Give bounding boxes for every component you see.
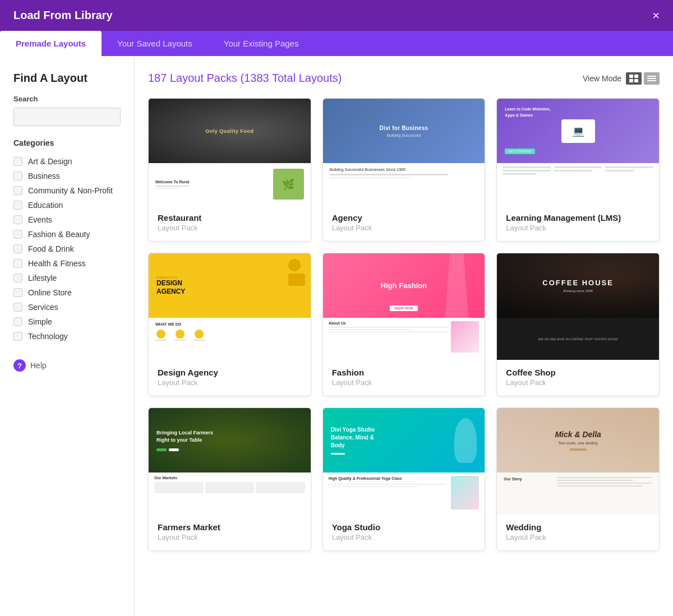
category-community[interactable]: Community & Non-Profit bbox=[13, 183, 121, 198]
category-checkbox-fashion[interactable] bbox=[13, 230, 22, 239]
category-checkbox-health[interactable] bbox=[13, 259, 22, 268]
category-checkbox-online[interactable] bbox=[13, 288, 22, 297]
category-checkbox-education[interactable] bbox=[13, 201, 22, 210]
preview-top-agency: Divi for Business Building Successful bbox=[323, 99, 485, 163]
card-type-wedding: Layout Pack bbox=[506, 533, 650, 541]
preview-bottom-farmers: Our Markets bbox=[149, 473, 311, 515]
layout-grid: Only Quality Food Welcome To Rural 🌿 bbox=[148, 98, 660, 551]
layout-count-number: 187 Layout Packs bbox=[148, 72, 241, 84]
card-name-farmers: Farmers Market bbox=[158, 522, 302, 532]
modal-title: Load From Library bbox=[13, 9, 113, 22]
category-name-fashion: Fashion & Beauty bbox=[28, 230, 90, 239]
card-info-coffee: Coffee Shop Layout Pack bbox=[497, 360, 659, 396]
preview-bottom-design-agency: WHAT WE DO bbox=[149, 318, 311, 360]
category-checkbox-community[interactable] bbox=[13, 186, 22, 195]
layout-card-design-agency[interactable]: CREATIVE DESIGNAGENCY WHAT WE DO bbox=[148, 253, 311, 396]
card-name-lms: Learning Management (LMS) bbox=[506, 213, 650, 223]
preview-bottom-coffee: WE DO BELIEVE IN COFFEE THAT TASTES GOOD bbox=[497, 318, 659, 360]
tab-saved[interactable]: Your Saved Layouts bbox=[102, 31, 208, 56]
category-checkbox-services[interactable] bbox=[13, 303, 22, 312]
layout-count-area: 187 Layout Packs (1383 Total Layouts) bbox=[148, 72, 342, 85]
category-fashion[interactable]: Fashion & Beauty bbox=[13, 227, 121, 242]
layout-card-lms[interactable]: Learn to Code Websites,Apps & Games 💻 GE… bbox=[496, 98, 660, 242]
preview-top-lms: Learn to Code Websites,Apps & Games 💻 GE… bbox=[497, 99, 659, 163]
category-checkbox-technology[interactable] bbox=[13, 332, 22, 341]
preview-top-design-agency: CREATIVE DESIGNAGENCY bbox=[149, 253, 311, 318]
grid-view-button[interactable] bbox=[626, 72, 642, 85]
layout-card-agency[interactable]: Divi for Business Building Successful Bu… bbox=[322, 98, 486, 242]
tab-premade[interactable]: Premade Layouts bbox=[0, 31, 102, 56]
category-food[interactable]: Food & Drink bbox=[13, 242, 121, 256]
card-type-coffee: Layout Pack bbox=[506, 378, 650, 387]
category-business[interactable]: Business bbox=[13, 169, 121, 183]
card-type-restaurant: Layout Pack bbox=[158, 224, 302, 232]
preview-bottom-yoga: High Quality & Professional Yoga Class bbox=[323, 473, 485, 515]
close-button[interactable]: × bbox=[652, 10, 660, 22]
category-name-services: Services bbox=[28, 303, 58, 312]
view-icons bbox=[626, 72, 660, 85]
card-name-design-agency: Design Agency bbox=[158, 368, 302, 377]
search-input[interactable] bbox=[13, 108, 121, 126]
view-mode: View Mode bbox=[583, 72, 660, 85]
card-info-yoga: Yoga Studio Layout Pack bbox=[323, 515, 485, 550]
layout-card-farmers[interactable]: Bringing Local FarmersRight to your Tabl… bbox=[148, 407, 311, 551]
card-info-design-agency: Design Agency Layout Pack bbox=[149, 360, 311, 396]
category-checkbox-events[interactable] bbox=[13, 215, 22, 224]
category-checkbox-art[interactable] bbox=[13, 157, 22, 166]
category-online[interactable]: Online Store bbox=[13, 285, 121, 300]
card-info-restaurant: Restaurant Layout Pack bbox=[149, 205, 311, 241]
category-checkbox-food[interactable] bbox=[13, 244, 22, 253]
card-preview-wedding: Mick & Della Two souls, one destiny Our … bbox=[497, 408, 659, 515]
category-health[interactable]: Health & Fitness bbox=[13, 256, 121, 271]
card-type-agency: Layout Pack bbox=[332, 224, 476, 232]
layout-total: (1383 Total Layouts) bbox=[241, 72, 342, 84]
preview-top-yoga: Divi Yoga StudioBalance, Mind &Body bbox=[323, 408, 485, 473]
preview-bottom-wedding: Our Story bbox=[497, 473, 659, 515]
category-events[interactable]: Events bbox=[13, 212, 121, 227]
content-header: 187 Layout Packs (1383 Total Layouts) Vi… bbox=[148, 72, 660, 85]
category-art[interactable]: Art & Design bbox=[13, 154, 121, 169]
tab-existing[interactable]: Your Existing Pages bbox=[208, 31, 315, 56]
preview-bottom-lms bbox=[497, 163, 659, 205]
list-view-button[interactable] bbox=[644, 72, 660, 85]
category-name-education: Education bbox=[28, 201, 63, 210]
category-name-events: Events bbox=[28, 215, 52, 224]
card-type-farmers: Layout Pack bbox=[158, 533, 302, 541]
layout-card-restaurant[interactable]: Only Quality Food Welcome To Rural 🌿 bbox=[148, 98, 311, 242]
category-education[interactable]: Education bbox=[13, 198, 121, 212]
category-name-food: Food & Drink bbox=[28, 244, 74, 253]
category-lifestyle[interactable]: Lifestyle bbox=[13, 271, 121, 285]
category-name-simple: Simple bbox=[28, 317, 52, 326]
layout-card-yoga[interactable]: Divi Yoga StudioBalance, Mind &Body High… bbox=[322, 407, 486, 551]
card-preview-agency: Divi for Business Building Successful Bu… bbox=[323, 99, 485, 205]
list-view-icon bbox=[647, 75, 656, 82]
help-label: Help bbox=[30, 361, 47, 370]
category-checkbox-business[interactable] bbox=[13, 172, 22, 180]
category-name-community: Community & Non-Profit bbox=[28, 186, 113, 195]
layout-card-coffee[interactable]: COFFEE HOUSE Brewing since 1998 WE DO BE… bbox=[496, 253, 660, 396]
preview-top-fashion: High Fashion SHOP NOW bbox=[323, 253, 485, 318]
category-technology[interactable]: Technology bbox=[13, 329, 121, 344]
tabs-bar: Premade Layouts Your Saved Layouts Your … bbox=[0, 31, 673, 56]
category-services[interactable]: Services bbox=[13, 300, 121, 314]
card-name-agency: Agency bbox=[332, 213, 476, 223]
grid-view-icon bbox=[629, 75, 638, 82]
card-type-design-agency: Layout Pack bbox=[158, 378, 302, 387]
help-button[interactable]: ? Help bbox=[13, 359, 47, 372]
category-name-technology: Technology bbox=[28, 332, 68, 341]
preview-bottom-fashion: About Us bbox=[323, 318, 485, 360]
layout-card-wedding[interactable]: Mick & Della Two souls, one destiny Our … bbox=[496, 407, 660, 551]
modal-container: Load From Library × Premade Layouts Your… bbox=[0, 0, 673, 616]
category-checkbox-lifestyle[interactable] bbox=[13, 274, 22, 282]
card-info-lms: Learning Management (LMS) Layout Pack bbox=[497, 205, 659, 241]
card-info-agency: Agency Layout Pack bbox=[323, 205, 485, 241]
modal-header: Load From Library × bbox=[0, 0, 673, 31]
categories-label: Categories bbox=[13, 138, 121, 147]
card-preview-lms: Learn to Code Websites,Apps & Games 💻 GE… bbox=[497, 99, 659, 205]
layout-card-fashion[interactable]: High Fashion SHOP NOW About Us bbox=[322, 253, 486, 396]
card-info-wedding: Wedding Layout Pack bbox=[497, 515, 659, 550]
layout-count: 187 Layout Packs (1383 Total Layouts) bbox=[148, 72, 342, 84]
category-name-online: Online Store bbox=[28, 288, 72, 297]
category-simple[interactable]: Simple bbox=[13, 314, 121, 329]
category-checkbox-simple[interactable] bbox=[13, 317, 22, 326]
